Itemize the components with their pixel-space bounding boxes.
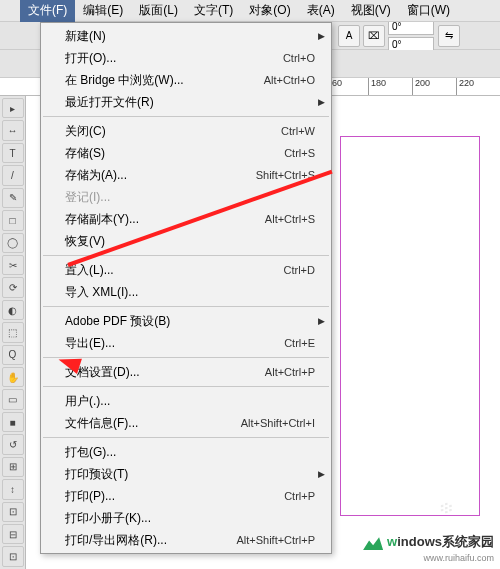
file-menu-dropdown: 新建(N)▶打开(O)...Ctrl+O在 Bridge 中浏览(W)...Al… xyxy=(40,22,332,554)
menu-item-label: 打印小册子(K)... xyxy=(65,510,315,527)
menu-item-label: 登记(I)... xyxy=(65,189,315,206)
menu-item[interactable]: 导出(E)...Ctrl+E xyxy=(41,332,331,354)
warp-icon[interactable]: ⌧ xyxy=(363,25,385,47)
menu-item-label: 文件信息(F)... xyxy=(65,415,241,432)
tool-icon-15[interactable]: ↺ xyxy=(2,434,24,454)
menu-item-shortcut: Ctrl+S xyxy=(284,147,315,159)
tool-icon-2[interactable]: T xyxy=(2,143,24,163)
menubar-item-6[interactable]: 视图(V) xyxy=(343,0,399,22)
menu-separator xyxy=(43,116,329,117)
tool-icon-19[interactable]: ⊟ xyxy=(2,524,24,544)
menu-item-label: 存储(S) xyxy=(65,145,284,162)
tool-icon-3[interactable]: / xyxy=(2,165,24,185)
menu-item[interactable]: 恢复(V) xyxy=(41,230,331,252)
menubar-item-7[interactable]: 窗口(W) xyxy=(399,0,458,22)
menu-item[interactable]: 文件信息(F)...Alt+Shift+Ctrl+I xyxy=(41,412,331,434)
tool-icon-4[interactable]: ✎ xyxy=(2,188,24,208)
menu-item[interactable]: 存储(S)Ctrl+S xyxy=(41,142,331,164)
menu-separator xyxy=(43,386,329,387)
tool-icon-0[interactable]: ▸ xyxy=(2,98,24,118)
tool-icon-16[interactable]: ⊞ xyxy=(2,457,24,477)
menu-item[interactable]: 打包(G)... xyxy=(41,441,331,463)
watermark-url: www.ruihaifu.com xyxy=(423,553,494,563)
menu-item-label: 导入 XML(I)... xyxy=(65,284,315,301)
tool-icon-5[interactable]: □ xyxy=(2,210,24,230)
menu-item[interactable]: 打开(O)...Ctrl+O xyxy=(41,47,331,69)
menu-item[interactable]: 存储为(A)...Shift+Ctrl+S xyxy=(41,164,331,186)
menu-item-shortcut: Ctrl+W xyxy=(281,125,315,137)
menu-item-label: 存储副本(Y)... xyxy=(65,211,265,228)
menubar-item-3[interactable]: 文字(T) xyxy=(186,0,241,22)
tool-icon-7[interactable]: ✂ xyxy=(2,255,24,275)
menu-item[interactable]: 打印预设(T)▶ xyxy=(41,463,331,485)
menu-item-label: 置入(L)... xyxy=(65,262,284,279)
text-wrap-icon[interactable]: A xyxy=(338,25,360,47)
tool-icon-12[interactable]: ✋ xyxy=(2,367,24,387)
tool-icon-11[interactable]: Q xyxy=(2,345,24,365)
tool-icon-17[interactable]: ↕ xyxy=(2,479,24,499)
menu-item[interactable]: 存储副本(Y)...Alt+Ctrl+S xyxy=(41,208,331,230)
watermark: windows系统家园 xyxy=(363,533,494,551)
tool-icon-18[interactable]: ⊡ xyxy=(2,502,24,522)
chevron-right-icon: ▶ xyxy=(318,31,325,41)
tool-icon-8[interactable]: ⟳ xyxy=(2,277,24,297)
menu-item[interactable]: 打印(P)...Ctrl+P xyxy=(41,485,331,507)
menu-item-label: Adobe PDF 预设(B) xyxy=(65,313,315,330)
menu-item[interactable]: 最近打开文件(R)▶ xyxy=(41,91,331,113)
menu-item[interactable]: 在 Bridge 中浏览(W)...Alt+Ctrl+O xyxy=(41,69,331,91)
watermark-post: indows系统家园 xyxy=(397,534,494,549)
tool-icon-10[interactable]: ⬚ xyxy=(2,322,24,342)
menu-item-label: 新建(N) xyxy=(65,28,315,45)
menu-item-shortcut: Ctrl+P xyxy=(284,490,315,502)
menu-separator xyxy=(43,306,329,307)
menu-item[interactable]: 关闭(C)Ctrl+W xyxy=(41,120,331,142)
tool-icon-20[interactable]: ⊡ xyxy=(2,546,24,566)
menu-item-label: 在 Bridge 中浏览(W)... xyxy=(65,72,264,89)
menu-item-label: 存储为(A)... xyxy=(65,167,256,184)
tool-icon-9[interactable]: ◐ xyxy=(2,300,24,320)
rotation-stack: 0° 0° xyxy=(388,18,434,54)
menu-item-shortcut: Ctrl+O xyxy=(283,52,315,64)
menu-item[interactable]: 新建(N)▶ xyxy=(41,25,331,47)
menu-item-shortcut: Alt+Shift+Ctrl+P xyxy=(236,534,315,546)
menu-item[interactable]: 打印小册子(K)... xyxy=(41,507,331,529)
tool-icon-13[interactable]: ▭ xyxy=(2,389,24,409)
menu-item-label: 最近打开文件(R) xyxy=(65,94,315,111)
tool-icon-14[interactable]: ■ xyxy=(2,412,24,432)
page-boundary xyxy=(340,136,480,516)
menubar-item-5[interactable]: 表(A) xyxy=(299,0,343,22)
ruler-tick: 220 xyxy=(456,78,500,95)
menu-item[interactable]: 置入(L)...Ctrl+D xyxy=(41,259,331,281)
menu-item-label: 用户(.)... xyxy=(65,393,315,410)
menu-item[interactable]: 导入 XML(I)... xyxy=(41,281,331,303)
menu-item-label: 打印/导出网格(R)... xyxy=(65,532,236,549)
menu-item-label: 打印预设(T) xyxy=(65,466,315,483)
tool-icon-1[interactable]: ↔ xyxy=(2,120,24,140)
menu-item-label: 恢复(V) xyxy=(65,233,315,250)
menu-item[interactable]: Adobe PDF 预设(B)▶ xyxy=(41,310,331,332)
watermark-icon xyxy=(363,534,383,550)
menu-separator xyxy=(43,357,329,358)
menu-item-shortcut: Alt+Ctrl+O xyxy=(264,74,315,86)
ruler-offset xyxy=(0,78,25,95)
watermark-pre: w xyxy=(387,534,397,549)
menu-item-shortcut: Alt+Shift+Ctrl+I xyxy=(241,417,315,429)
ruler-ticks: 160180200220 xyxy=(324,78,500,95)
menu-item: 登记(I)... xyxy=(41,186,331,208)
flip-h-icon[interactable]: ⇋ xyxy=(438,25,460,47)
ruler-tick: 180 xyxy=(368,78,412,95)
menu-item-shortcut: Ctrl+D xyxy=(284,264,315,276)
menubar-item-4[interactable]: 对象(O) xyxy=(241,0,298,22)
menu-item-shortcut: Alt+Ctrl+P xyxy=(265,366,315,378)
menubar-item-2[interactable]: 版面(L) xyxy=(131,0,186,22)
tool-icon-6[interactable]: ◯ xyxy=(2,233,24,253)
menu-item-label: 打印(P)... xyxy=(65,488,284,505)
menu-separator xyxy=(43,437,329,438)
menu-item[interactable]: 打印/导出网格(R)...Alt+Shift+Ctrl+P xyxy=(41,529,331,551)
menubar-item-1[interactable]: 编辑(E) xyxy=(75,0,131,22)
menu-item[interactable]: 用户(.)... xyxy=(41,390,331,412)
menu-item-label: 文档设置(D)... xyxy=(65,364,265,381)
menu-item[interactable]: 文档设置(D)...Alt+Ctrl+P xyxy=(41,361,331,383)
menubar-item-0[interactable]: 文件(F) xyxy=(20,0,75,22)
chevron-right-icon: ▶ xyxy=(318,469,325,479)
